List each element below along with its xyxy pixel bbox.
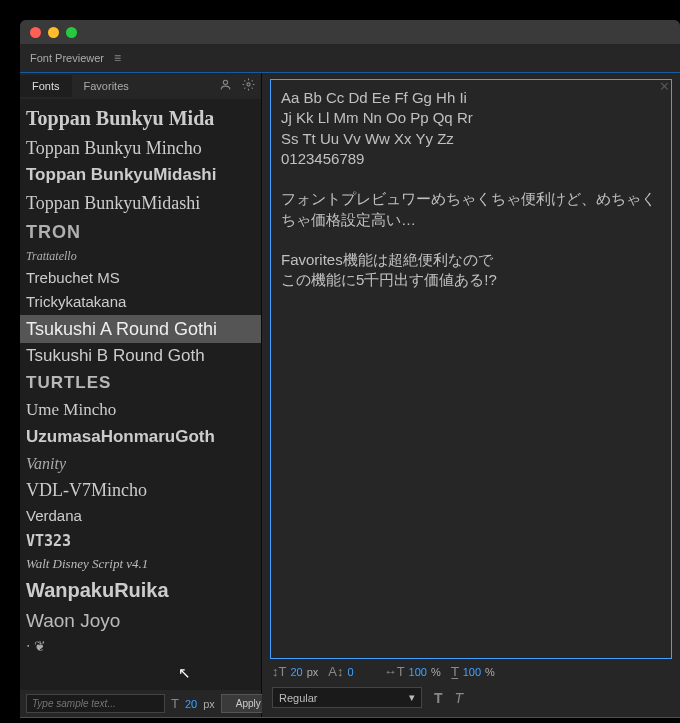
font-item[interactable]: Tsukushi A Round Gothi [20, 315, 261, 343]
font-size-unit: px [307, 666, 319, 678]
font-item[interactable]: Waon Joyo [20, 606, 261, 636]
font-item[interactable]: WanpakuRuika [20, 575, 261, 606]
font-item[interactable]: Toppan Bunkyu Mida [20, 103, 261, 134]
leading-control[interactable]: A↕ 0 [328, 664, 353, 679]
bold-toggle-icon[interactable]: T [434, 690, 443, 706]
vscale-icon: T̲ [451, 664, 459, 679]
hscale-control[interactable]: ↔T 100 % [384, 664, 441, 679]
vscale-unit: % [485, 666, 495, 678]
font-item[interactable]: Tsukushi B Round Goth [20, 343, 261, 370]
app-window: Font Previewer ≡ Fonts Favorites Toppan [20, 20, 680, 718]
font-list[interactable]: Toppan Bunkyu MidaToppan Bunkyu MinchoTo… [20, 99, 261, 690]
vscale-value[interactable]: 100 [463, 666, 481, 678]
content-area: Fonts Favorites Toppan Bunkyu MidaToppan… [20, 72, 680, 718]
app-header: Font Previewer ≡ [20, 44, 680, 72]
font-item[interactable]: VT323 [20, 529, 261, 553]
tabs: Fonts Favorites [20, 75, 141, 97]
tab-favorites[interactable]: Favorites [72, 75, 141, 97]
font-item[interactable]: ‧ ❦ [20, 635, 261, 658]
weight-value: Regular [279, 692, 318, 704]
leading-value[interactable]: 0 [348, 666, 354, 678]
menu-icon[interactable]: ≡ [114, 51, 121, 65]
font-item[interactable]: Walt Disney Script v4.1 [20, 553, 261, 575]
font-item[interactable]: Ume Mincho [20, 397, 261, 424]
hscale-icon: ↔T [384, 664, 405, 679]
sample-size-value[interactable]: 20 [185, 698, 197, 710]
traffic-lights [30, 27, 77, 38]
hscale-unit: % [431, 666, 441, 678]
font-size-icon: T [171, 696, 179, 711]
sample-size-unit: px [203, 698, 215, 710]
font-item[interactable]: Trebuchet MS [20, 266, 261, 290]
tab-icons [219, 78, 255, 94]
font-item[interactable]: Trattatello [20, 246, 261, 266]
font-item[interactable]: TRON [20, 218, 261, 246]
titlebar [20, 20, 680, 44]
font-item[interactable]: TURTLES [20, 370, 261, 397]
hscale-value[interactable]: 100 [409, 666, 427, 678]
tabs-row: Fonts Favorites [20, 73, 261, 99]
sample-text-input[interactable] [26, 694, 165, 713]
svg-point-1 [247, 83, 250, 86]
close-window-button[interactable] [30, 27, 41, 38]
chevron-down-icon: ▾ [409, 691, 415, 704]
settings-icon[interactable] [242, 78, 255, 94]
weight-row: Regular ▾ T T [270, 684, 672, 711]
leading-icon: A↕ [328, 664, 343, 679]
app-title: Font Previewer [30, 52, 104, 64]
font-item[interactable]: Verdana [20, 504, 261, 528]
font-item[interactable]: Toppan Bunkyu Mincho [20, 134, 261, 162]
left-footer: T 20 px Apply [20, 690, 261, 717]
user-icon[interactable] [219, 78, 232, 94]
weight-dropdown[interactable]: Regular ▾ [272, 687, 422, 708]
font-item[interactable]: VDL-V7Mincho [20, 476, 261, 504]
font-size-value[interactable]: 20 [290, 666, 302, 678]
font-item[interactable]: Trickykatakana [20, 290, 261, 314]
minimize-window-button[interactable] [48, 27, 59, 38]
italic-toggle-icon[interactable]: T [455, 690, 464, 706]
right-panel: ✕ Aa Bb Cc Dd Ee Ff Gg Hh Ii Jj Kk Ll Mm… [262, 73, 680, 717]
close-panel-icon[interactable]: ✕ [659, 79, 670, 94]
preview-controls: ↕T 20 px A↕ 0 ↔T 100 % T̲ 100 % [270, 659, 672, 684]
font-item[interactable]: Toppan BunkyuMidashi [20, 189, 261, 217]
font-item[interactable]: Vanity [20, 451, 261, 477]
preview-textarea[interactable]: Aa Bb Cc Dd Ee Ff Gg Hh Ii Jj Kk Ll Mm N… [270, 79, 672, 659]
font-item[interactable]: Toppan BunkyuMidashi [20, 162, 261, 189]
font-item[interactable]: UzumasaHonmaruGoth [20, 424, 261, 451]
tab-fonts[interactable]: Fonts [20, 75, 72, 97]
font-size-icon: ↕T [272, 664, 286, 679]
vscale-control[interactable]: T̲ 100 % [451, 664, 495, 679]
font-size-control[interactable]: ↕T 20 px [272, 664, 318, 679]
svg-point-0 [223, 80, 227, 84]
left-panel: Fonts Favorites Toppan Bunkyu MidaToppan… [20, 73, 262, 717]
maximize-window-button[interactable] [66, 27, 77, 38]
